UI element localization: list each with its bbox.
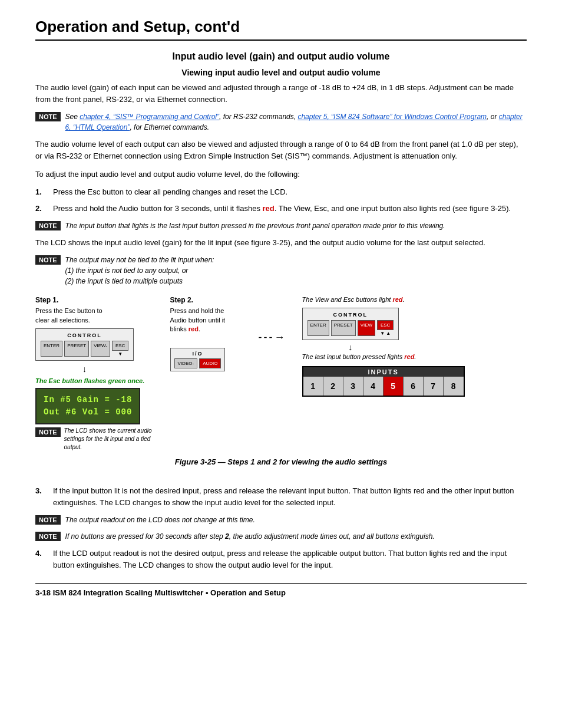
btn-audio: AUDIO [199,358,221,368]
footer: 3-18 ISM 824 Integration Scaling Multisw… [35,583,527,597]
figure-caption: Figure 3-25 — Steps 1 and 2 for viewing … [35,457,527,466]
step1-label: Step 1. [35,296,58,304]
para4: The LCD shows the input audio level (gai… [35,237,527,249]
input-btn-1: 1 [303,377,323,396]
step2-desc: Press and hold theAudio button until itb… [170,307,226,334]
btn2-esc: ESC [377,320,394,330]
para2: The audio volume level of each output ca… [35,139,527,162]
input-btn-8: 8 [444,377,464,396]
panel2-buttons: ENTER PRESET VIEW ESC ▼ ▲ [308,320,394,336]
inputs-header: INPUTS [303,367,464,377]
btn-video: VIDEO- [174,358,198,368]
note4-label: NOTE [35,515,61,525]
btn2-view: VIEW [358,320,375,336]
step4-text: If the LCD output readout is not the des… [53,548,527,571]
step2-text: Press and hold the Audio button for 3 se… [53,203,511,215]
last-input-note: The last input button pressed lights red… [302,353,416,360]
note2: NOTE The input button that lights is the… [35,220,527,231]
lcd-note: NOTE The LCD shows the current audio set… [35,427,153,452]
io-buttons: VIDEO- AUDIO [174,358,222,368]
step4-num: 4. [35,548,47,571]
io-panel-box: I/O VIDEO- AUDIO [170,348,226,371]
panel2-label: CONTROL [308,312,394,318]
lcd-line2: Out #6 Vol = 000 [44,406,132,419]
para1: The audio level (gain) of each input can… [35,82,527,106]
note3-text: The output may not be tied to the lit in… [65,255,214,286]
steps-list: 1. Press the Esc button to clear all pen… [35,186,527,215]
subsection-title: Viewing input audio level and output aud… [35,68,527,77]
step-1-item: 1. Press the Esc button to clear all pen… [35,186,527,198]
btn2-enter: ENTER [308,320,329,336]
figure-row: Step 1. Press the Esc button to clear al… [35,296,527,452]
step1-num: 1. [35,186,47,198]
lcd-note-label: NOTE [35,427,61,437]
control-panel-box: CONTROL ENTER PRESET VIEW- ESC ▼ [35,328,134,361]
input-btn-4: 4 [363,377,384,396]
dashed-arrow: - - - → [259,331,285,344]
inputs-panel: INPUTS 1 2 3 4 5 6 7 8 [302,366,465,397]
btn-enter: ENTER [41,341,62,357]
step2-label: Step 2. [170,296,193,304]
right-col: The View and Esc buttons light red. CONT… [302,296,527,397]
view-esc-note: The View and Esc buttons light red. [302,296,405,303]
lcd-note-text: The LCD shows the current audio settings… [64,427,153,452]
para3: To adjust the input audio level and outp… [35,169,527,180]
step2-col: Step 2. Press and hold theAudio button u… [170,296,241,371]
btn-preset: PRESET [64,341,89,357]
down-arrow-1: ↓ [82,364,87,374]
footer-text: 3-18 ISM 824 Integration Scaling Multisw… [35,588,286,597]
step-4-item: 4. If the LCD output readout is not the … [35,548,527,571]
step3-text: If the input button lit is not the desir… [53,485,527,509]
note2-label: NOTE [35,221,61,230]
io-panel: I/O VIDEO- AUDIO [170,348,226,371]
input-btn-3: 3 [343,377,363,396]
panel-buttons: ENTER PRESET VIEW- ESC ▼ [41,341,128,357]
step1-col: Step 1. Press the Esc button to clear al… [35,296,153,452]
btn-view: VIEW- [91,341,110,357]
control-panel-1: CONTROL ENTER PRESET VIEW- ESC ▼ ↓ [35,328,134,375]
input-btn-7: 7 [424,377,444,396]
figure-area: Step 1. Press the Esc button to clear al… [35,296,527,476]
note4: NOTE The output readout on the LCD does … [35,515,527,525]
steps-list-3: 4. If the LCD output readout is not the … [35,548,527,571]
lcd-line1: In #5 Gain = -18 [44,394,132,406]
btn2-preset: PRESET [331,320,356,336]
control-panel-2: CONTROL ENTER PRESET VIEW ESC ▼ ▲ [302,308,399,353]
input-btn-5: 5 [384,377,404,396]
note3: NOTE The output may not be tied to the l… [35,255,527,286]
note5-label: NOTE [35,532,61,541]
io-label: I/O [174,351,222,357]
step-3-item: 3. If the input button lit is not the de… [35,485,527,509]
note1: NOTE See chapter 4, “SIS™ Programming an… [35,111,527,133]
step1-text: Press the Esc button to clear all pendin… [53,186,287,198]
note1-label: NOTE [35,112,61,121]
step1-desc: Press the Esc button to clear all select… [35,307,118,325]
note5: NOTE If no buttons are pressed for 30 se… [35,531,527,542]
inputs-buttons: 1 2 3 4 5 6 7 8 [303,377,464,396]
note5-text: If no buttons are pressed for 30 seconds… [65,531,435,542]
note1-text: See chapter 4, “SIS™ Programming and Con… [65,111,527,133]
input-btn-2: 2 [323,377,343,396]
note2-text: The input button that lights is the last… [65,220,445,231]
esc-flash-note: The Esc button flashes green once. [35,377,144,384]
note4-text: The output readout on the LCD does not c… [65,515,255,525]
lcd-display: In #5 Gain = -18 Out #6 Vol = 000 [35,388,140,424]
btn-esc: ESC [112,341,128,351]
page-title: Operation and Setup, cont'd [35,18,527,41]
step3-num: 3. [35,485,47,509]
section-title: Input audio level (gain) and output audi… [35,51,527,62]
down-arrow-2: ↓ [348,342,352,352]
step2-num: 2. [35,203,47,215]
input-btn-6: 6 [404,377,424,396]
control-panel2-box: CONTROL ENTER PRESET VIEW ESC ▼ ▲ [302,308,399,340]
step-2-item: 2. Press and hold the Audio button for 3… [35,203,527,215]
steps-list-2: 3. If the input button lit is not the de… [35,485,527,509]
note3-label: NOTE [35,255,61,265]
panel-label: CONTROL [41,332,128,338]
